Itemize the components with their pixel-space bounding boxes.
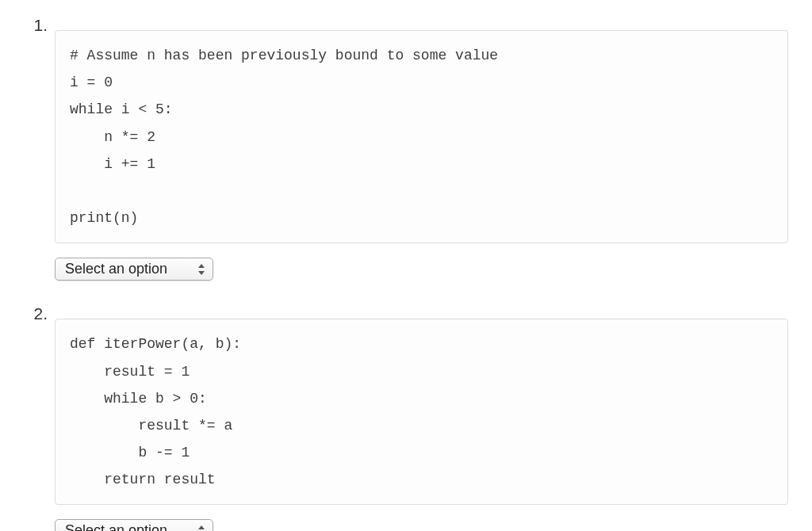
question-1: 1. # Assume n has been previously bound … — [24, 16, 788, 281]
question-2: 2. def iterPower(a, b): result = 1 while… — [24, 304, 788, 531]
question-body: # Assume n has been previously bound to … — [44, 16, 788, 281]
code-block: def iterPower(a, b): result = 1 while b … — [55, 319, 788, 505]
select-placeholder-text: Select an option — [65, 261, 167, 277]
answer-select[interactable]: Select an option — [55, 519, 213, 531]
code-block: # Assume n has been previously bound to … — [55, 30, 788, 243]
answer-select[interactable]: Select an option — [55, 258, 213, 281]
select-placeholder-text: Select an option — [65, 522, 167, 531]
question-body: def iterPower(a, b): result = 1 while b … — [44, 304, 788, 531]
chevron-updown-icon — [197, 525, 206, 531]
chevron-updown-icon — [197, 264, 206, 275]
